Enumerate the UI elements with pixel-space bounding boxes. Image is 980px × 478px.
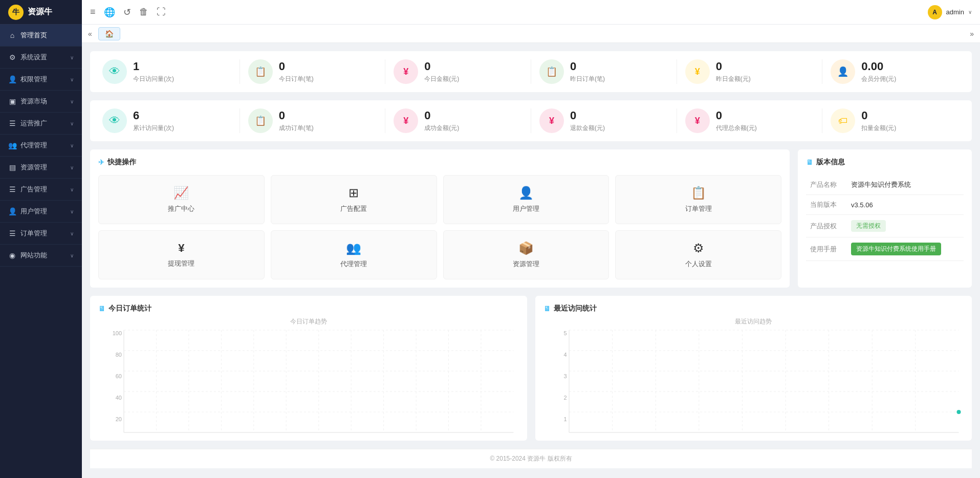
op-promo-center[interactable]: 📈 推广中心: [98, 175, 265, 224]
collapse-left-button[interactable]: «: [88, 30, 92, 38]
sidebar-item-home-label: 管理首页: [20, 31, 47, 40]
stat-icon-agent-balance: ¥: [685, 108, 710, 133]
stat-value-today-amount: 0: [424, 60, 459, 73]
menu-toggle-icon[interactable]: ≡: [90, 7, 96, 17]
stat-member-commission: 👤 0.00 会员分佣(元): [822, 59, 968, 84]
order-mgmt-icon: 📋: [691, 186, 706, 200]
quick-ops-title-text: 快捷操作: [107, 158, 136, 167]
stat-agent-balance: ¥ 0 代理总余额(元): [677, 108, 823, 133]
mid-section: ✈ 快捷操作 📈 推广中心 ⊞ 广告配置 👤 用户管理: [90, 149, 972, 288]
tab-home[interactable]: 🏠: [98, 27, 120, 40]
ops-grid: 📈 推广中心 ⊞ 广告配置 👤 用户管理 📋 订单管理: [98, 175, 781, 279]
version-value-product-name: 资源牛知识付费系统: [847, 175, 964, 195]
topbar-right: A admin ∨: [928, 5, 972, 19]
promo-center-label: 推广中心: [168, 204, 194, 213]
chart-visits-area: 5 4 3 2 1: [569, 330, 959, 432]
stat-success-orders: 📋 0 成功订单(笔): [240, 108, 386, 133]
topbar: ≡ 🌐 ↺ 🗑 ⛶ A admin ∨: [82, 0, 980, 25]
chart-orders-y-labels: 100 80 60 40 20: [101, 330, 122, 422]
version-value-manual: 资源牛知识付费系统使用手册: [847, 237, 964, 261]
chart-visits-title-icon: 🖥: [543, 305, 551, 313]
stat-label-today-orders: 今日订单(笔): [279, 75, 314, 83]
sidebar-item-operations[interactable]: ☰ 运营推广 ∨: [0, 113, 82, 135]
sidebar-item-resources-label: 资源管理: [20, 163, 47, 172]
chart-orders-area: 100 80 60 40 20: [124, 330, 514, 432]
chevron-icon-7: ∨: [70, 187, 74, 192]
y-label-40: 40: [101, 395, 122, 401]
chart-orders-subtitle: 今日订单趋势: [98, 317, 519, 326]
sidebar-item-operations-label: 运营推广: [20, 119, 47, 128]
quick-ops-card: ✈ 快捷操作 📈 推广中心 ⊞ 广告配置 👤 用户管理: [90, 149, 790, 288]
sidebar-item-system-label: 系统设置: [20, 53, 47, 62]
sidebar-item-market-label: 资源市场: [20, 97, 47, 106]
fullscreen-icon[interactable]: ⛶: [157, 7, 166, 17]
op-order-mgmt[interactable]: 📋 订单管理: [615, 175, 781, 224]
manual-button[interactable]: 资源牛知识付费系统使用手册: [851, 243, 941, 255]
y-label-100: 100: [101, 330, 122, 336]
globe-icon[interactable]: 🌐: [104, 7, 115, 18]
stat-label-today-visits: 今日访问量(次): [133, 75, 174, 83]
ads-icon: ☰: [8, 185, 16, 193]
sidebar-item-market[interactable]: ▣ 资源市场 ∨: [0, 91, 82, 113]
chart-visits-svg: [569, 330, 959, 432]
chevron-icon-5: ∨: [70, 143, 74, 148]
stat-label-member-commission: 会员分佣(元): [861, 75, 896, 83]
version-info-card: 🖥 版本信息 产品名称 资源牛知识付费系统 当前版本 v3.5.06 产品授权: [798, 149, 972, 288]
stat-label-yesterday-orders: 昨日订单(笔): [570, 75, 605, 83]
stat-label-success-orders: 成功订单(笔): [279, 124, 314, 133]
sidebar-item-users[interactable]: 👤 用户管理 ∨: [0, 201, 82, 223]
sidebar-item-system[interactable]: ⚙ 系统设置 ∨: [0, 47, 82, 69]
y-label-4: 4: [547, 352, 567, 358]
sidebar-logo: 牛 资源牛: [0, 0, 82, 25]
expand-right-button[interactable]: »: [970, 30, 974, 38]
stat-label-yesterday-amount: 昨日金额(元): [716, 75, 751, 83]
sidebar-item-resources[interactable]: ▤ 资源管理 ∨: [0, 157, 82, 179]
stat-yesterday-orders: 📋 0 昨日订单(笔): [531, 59, 677, 84]
sidebar-item-agency[interactable]: 👥 代理管理 ∨: [0, 135, 82, 157]
chart-orders-card: 🖥 今日订单统计 今日订单趋势 100 80 60 40 20: [90, 296, 527, 441]
sidebar-item-agency-label: 代理管理: [20, 141, 47, 150]
op-withdraw-mgmt[interactable]: ¥ 提现管理: [98, 230, 265, 279]
version-key-product-name: 产品名称: [806, 175, 847, 195]
sidebar-item-permissions[interactable]: 👤 权限管理 ∨: [0, 69, 82, 91]
chart-visits-title: 🖥 最近访问统计: [543, 304, 964, 313]
stats-row-2: 👁 6 累计访问量(次) 📋 0 成功订单(笔) ¥ 0 成功金额(元): [90, 100, 972, 141]
admin-avatar: A: [928, 5, 942, 19]
admin-name: admin: [946, 8, 964, 16]
delete-icon[interactable]: 🗑: [139, 7, 148, 17]
op-ad-config[interactable]: ⊞ 广告配置: [271, 175, 437, 224]
y-label-3: 3: [547, 373, 567, 379]
sidebar-item-orders[interactable]: ☰ 订单管理 ∨: [0, 223, 82, 245]
stat-value-deduct-amount: 0: [861, 109, 896, 122]
stat-value-refund-amount: 0: [570, 109, 605, 122]
refresh-icon[interactable]: ↺: [123, 7, 131, 18]
user-mgmt-icon: 👤: [518, 186, 534, 200]
visits-chart-dot: [956, 410, 961, 414]
version-row-manual: 使用手册 资源牛知识付费系统使用手册: [806, 237, 964, 261]
footer-text: © 2015-2024 资源牛 版权所有: [490, 455, 572, 462]
op-personal-settings[interactable]: ⚙ 个人设置: [615, 230, 781, 279]
admin-chevron-icon[interactable]: ∨: [968, 9, 972, 15]
sidebar-item-orders-label: 订单管理: [20, 229, 47, 238]
sidebar-item-site[interactable]: ◉ 网站功能 ∨: [0, 245, 82, 267]
orders-icon: ☰: [8, 229, 16, 237]
op-user-mgmt[interactable]: 👤 用户管理: [443, 175, 609, 224]
version-row-auth: 产品授权 无需授权: [806, 215, 964, 237]
chevron-icon-3: ∨: [70, 99, 74, 104]
op-resource-mgmt[interactable]: 📦 资源管理: [443, 230, 609, 279]
stat-value-today-orders: 0: [279, 60, 314, 73]
stat-label-today-amount: 今日金额(元): [424, 75, 459, 83]
sidebar-item-home[interactable]: ⌂ 管理首页: [0, 25, 82, 47]
stat-value-success-orders: 0: [279, 109, 314, 122]
chevron-icon-6: ∨: [70, 165, 74, 170]
stat-icon-refund-amount: ¥: [539, 108, 564, 133]
version-key-current-version: 当前版本: [806, 195, 847, 215]
version-key-manual: 使用手册: [806, 237, 847, 261]
stat-icon-success-amount: ¥: [394, 108, 418, 133]
version-value-current-version: v3.5.06: [847, 195, 964, 215]
sidebar-item-ads[interactable]: ☰ 广告管理 ∨: [0, 179, 82, 201]
op-agent-mgmt[interactable]: 👥 代理管理: [271, 230, 437, 279]
y-label-2: 2: [547, 395, 567, 401]
resource-mgmt-label: 资源管理: [513, 259, 539, 269]
no-auth-badge: 无需授权: [851, 220, 886, 232]
